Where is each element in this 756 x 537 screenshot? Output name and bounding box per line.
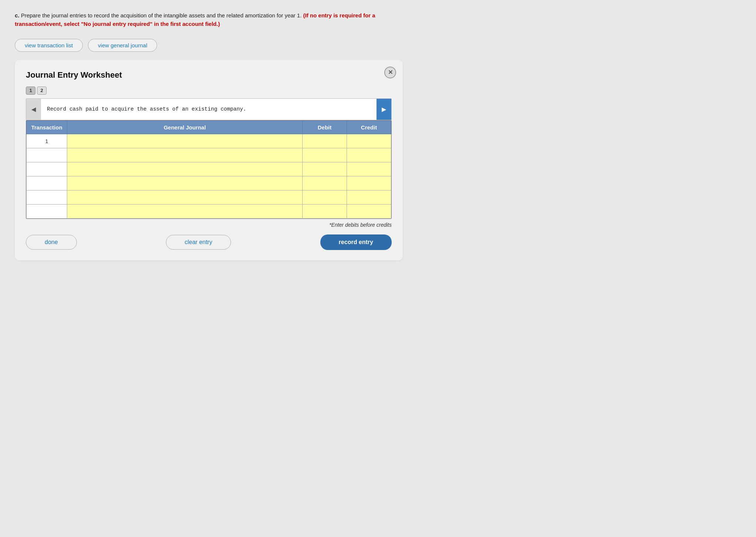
general-journal-cell[interactable] <box>67 176 303 190</box>
col-header-general-journal: General Journal <box>67 121 303 134</box>
debit-cell[interactable] <box>303 205 347 219</box>
debit-input[interactable] <box>303 205 347 218</box>
transaction-cell <box>27 148 67 162</box>
transaction-cell <box>27 190 67 205</box>
instruction-text: c. Prepare the journal entries to record… <box>15 11 377 28</box>
debit-input[interactable] <box>303 176 347 190</box>
debit-input[interactable] <box>303 162 347 176</box>
general-journal-input[interactable] <box>67 176 302 190</box>
journal-table-wrapper: Transaction General Journal Debit Credit… <box>26 120 392 219</box>
debit-input[interactable] <box>303 190 347 204</box>
credit-cell[interactable] <box>347 176 391 190</box>
credit-input[interactable] <box>347 162 391 176</box>
table-row <box>27 190 391 205</box>
credit-cell[interactable] <box>347 205 391 219</box>
bottom-button-row: done clear entry record entry <box>26 234 392 250</box>
general-journal-input[interactable] <box>67 205 302 218</box>
col-header-credit: Credit <box>347 121 391 134</box>
general-journal-input[interactable] <box>67 148 302 162</box>
worksheet-panel: Journal Entry Worksheet ✕ 1 2 ◀ Record c… <box>15 60 403 261</box>
debit-cell[interactable] <box>303 134 347 148</box>
col-header-transaction: Transaction <box>27 121 67 134</box>
close-button[interactable]: ✕ <box>384 67 396 78</box>
transaction-cell <box>27 162 67 176</box>
credit-input[interactable] <box>347 190 391 204</box>
worksheet-title: Journal Entry Worksheet <box>26 70 392 80</box>
page-tabs: 1 2 <box>26 87 392 95</box>
table-row: 1 <box>27 134 391 148</box>
debit-input[interactable] <box>303 134 347 148</box>
debit-cell[interactable] <box>303 148 347 162</box>
col-header-debit: Debit <box>303 121 347 134</box>
table-row <box>27 162 391 176</box>
table-row <box>27 176 391 190</box>
credit-cell[interactable] <box>347 162 391 176</box>
credit-input[interactable] <box>347 148 391 162</box>
transaction-cell: 1 <box>27 134 67 148</box>
general-journal-input[interactable] <box>67 190 302 204</box>
credit-cell[interactable] <box>347 190 391 205</box>
nav-next-button[interactable]: ▶ <box>377 99 391 120</box>
view-transaction-list-button[interactable]: view transaction list <box>15 39 83 52</box>
table-row <box>27 205 391 219</box>
credit-cell[interactable] <box>347 134 391 148</box>
credit-input[interactable] <box>347 176 391 190</box>
hint-text: *Enter debits before credits <box>26 222 392 228</box>
general-journal-input[interactable] <box>67 162 302 176</box>
done-button[interactable]: done <box>26 235 77 250</box>
transaction-cell <box>27 205 67 219</box>
credit-input[interactable] <box>347 134 391 148</box>
credit-cell[interactable] <box>347 148 391 162</box>
general-journal-cell[interactable] <box>67 134 303 148</box>
journal-table: Transaction General Journal Debit Credit… <box>26 121 391 219</box>
debit-cell[interactable] <box>303 190 347 205</box>
debit-cell[interactable] <box>303 162 347 176</box>
general-journal-cell[interactable] <box>67 205 303 219</box>
nav-prev-button[interactable]: ◀ <box>26 99 41 120</box>
debit-input[interactable] <box>303 148 347 162</box>
debit-cell[interactable] <box>303 176 347 190</box>
page-tab-2[interactable]: 2 <box>37 87 47 95</box>
general-journal-cell[interactable] <box>67 162 303 176</box>
view-general-journal-button[interactable]: view general journal <box>88 39 157 52</box>
clear-entry-button[interactable]: clear entry <box>166 235 231 250</box>
transaction-cell <box>27 176 67 190</box>
description-text: Record cash paid to acquire the assets o… <box>41 99 377 120</box>
page-tab-1[interactable]: 1 <box>26 87 35 95</box>
instruction-main: Prepare the journal entries to record th… <box>21 12 302 18</box>
table-row <box>27 148 391 162</box>
general-journal-input[interactable] <box>67 134 302 148</box>
general-journal-cell[interactable] <box>67 148 303 162</box>
credit-input[interactable] <box>347 205 391 218</box>
description-row: ◀ Record cash paid to acquire the assets… <box>26 98 392 121</box>
instruction-label: c. <box>15 12 20 18</box>
record-entry-button[interactable]: record entry <box>320 234 392 250</box>
top-button-row: view transaction list view general journ… <box>15 39 741 52</box>
general-journal-cell[interactable] <box>67 190 303 205</box>
